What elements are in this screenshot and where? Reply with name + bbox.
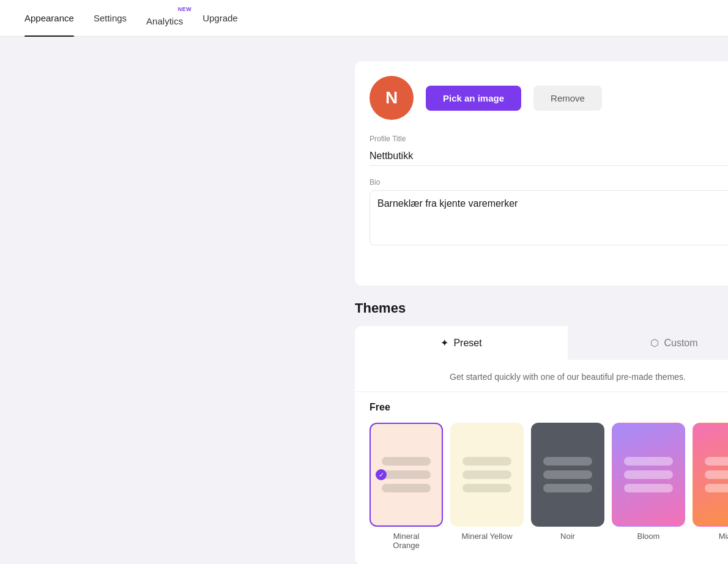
tab-preset[interactable]: ✦ Preset	[355, 326, 568, 360]
pick-image-button[interactable]: Pick an image	[426, 86, 521, 111]
theme-preview-bloom	[612, 423, 685, 527]
check-mark: ✓	[376, 469, 387, 480]
bio-label: Bio	[370, 178, 728, 187]
profile-title-group: Profile Title	[370, 135, 728, 166]
main-layout: N Pick an image Remove Profile Title Bio…	[0, 37, 728, 564]
tab-description: Get started quickly with one of our beau…	[355, 360, 728, 392]
avatar: N	[370, 76, 414, 120]
themes-card: ✦ Preset ⬡ Custom Get started quickly wi…	[355, 326, 728, 564]
theme-bar-1	[462, 457, 511, 466]
theme-preview-noir	[531, 423, 604, 527]
char-count: 31/80	[370, 250, 728, 259]
tab-custom-label: Custom	[664, 338, 697, 349]
profile-title-label: Profile Title	[370, 135, 728, 143]
theme-tabs: ✦ Preset ⬡ Custom	[355, 326, 728, 360]
theme-preview-mineral-yellow	[450, 423, 524, 527]
tab-custom[interactable]: ⬡ Custom	[568, 326, 728, 360]
theme-bar-1	[705, 457, 728, 466]
theme-bar-1	[382, 457, 431, 466]
nav-label-analytics: Analytics	[146, 16, 183, 26]
theme-name-mineral-orange: MineralOrange	[370, 532, 443, 550]
theme-bar-2	[543, 470, 592, 479]
theme-name-bloom: Bloom	[612, 532, 685, 541]
analytics-badge: NEW	[178, 6, 192, 12]
theme-card-bloom[interactable]: Bloom	[612, 423, 685, 550]
nav-item-upgrade[interactable]: Upgrade	[193, 0, 248, 37]
theme-bar-3	[543, 484, 592, 492]
theme-bar-1	[543, 457, 592, 466]
nav-item-appearance[interactable]: Appearance	[15, 0, 84, 37]
theme-card-mineral-yellow[interactable]: Mineral Yellow	[450, 423, 524, 550]
bio-group: Bio Barneklær fra kjente varemerker 31/8…	[370, 178, 728, 259]
content-area: N Pick an image Remove Profile Title Bio…	[330, 37, 728, 564]
theme-card-mineral-orange[interactable]: ✓ MineralOrange	[370, 423, 443, 550]
theme-name-miami: Miami	[693, 532, 728, 541]
theme-card-noir[interactable]: Noir	[531, 423, 604, 550]
nav-item-analytics[interactable]: NEW Analytics	[136, 0, 193, 37]
theme-name-mineral-yellow: Mineral Yellow	[450, 532, 524, 541]
theme-bar-3	[462, 484, 511, 492]
theme-bar-1	[624, 457, 673, 466]
theme-bar-3	[624, 484, 673, 492]
themes-section: Themes ✦ Preset ⬡ Custom Get started qui…	[355, 300, 728, 564]
remove-image-button[interactable]: Remove	[533, 86, 602, 111]
check-overlay: ✓	[376, 469, 387, 480]
nav-label-upgrade: Upgrade	[202, 13, 238, 23]
theme-bar-3	[382, 484, 431, 492]
custom-icon: ⬡	[650, 337, 659, 349]
theme-preview-mineral-orange: ✓	[370, 423, 443, 527]
themes-title: Themes	[355, 300, 728, 316]
nav-label-settings: Settings	[94, 13, 127, 23]
theme-name-noir: Noir	[531, 532, 604, 541]
theme-preview-miami	[693, 423, 728, 527]
preset-icon: ✦	[440, 337, 448, 349]
theme-cards-row: ✓ MineralOrange	[355, 418, 728, 564]
theme-bar-2	[624, 470, 673, 479]
nav-label-appearance: Appearance	[24, 13, 74, 23]
nav-item-settings[interactable]: Settings	[84, 0, 136, 37]
theme-bar-2	[382, 470, 431, 479]
theme-bar-2	[705, 470, 728, 479]
theme-bar-2	[462, 470, 511, 479]
bio-textarea[interactable]: Barneklær fra kjente varemerker	[370, 190, 728, 245]
profile-title-input[interactable]	[370, 147, 728, 166]
profile-section: N Pick an image Remove Profile Title Bio…	[355, 61, 728, 286]
navigation: Appearance Settings NEW Analytics Upgrad…	[0, 0, 728, 37]
profile-header: N Pick an image Remove	[370, 76, 728, 120]
theme-bar-3	[705, 484, 728, 492]
free-label: Free	[355, 392, 728, 418]
sidebar	[0, 37, 330, 564]
tab-preset-label: Preset	[453, 338, 481, 349]
theme-card-miami[interactable]: Miami	[693, 423, 728, 550]
